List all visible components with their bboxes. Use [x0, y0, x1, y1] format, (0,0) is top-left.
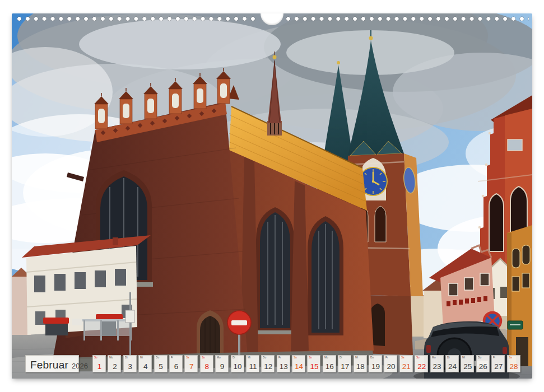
spire-finial-ball [369, 36, 373, 40]
day-number: 16 [323, 363, 336, 371]
day-number: 9 [216, 363, 228, 371]
weekday-abbrev: Do [370, 356, 374, 359]
day-cell: Sa 14 [292, 355, 305, 372]
day-number: 12 [262, 363, 274, 371]
weekday-abbrev: Fr [385, 356, 388, 359]
day-number: 6 [170, 363, 182, 371]
orange-corner-building [507, 225, 532, 366]
day-number: 27 [492, 363, 504, 371]
green-shop-sign [508, 321, 523, 329]
day-number: 10 [231, 363, 244, 371]
day-number: 5 [155, 363, 167, 371]
weekday-abbrev: Fr [493, 356, 495, 359]
nave-window [255, 207, 295, 334]
day-cell: Mi 18 [354, 355, 367, 372]
day-number: 17 [338, 363, 351, 371]
weekday-abbrev: Sa [509, 356, 512, 359]
day-number: 14 [292, 363, 305, 371]
weekday-abbrev: Fr [171, 356, 173, 359]
day-number: 13 [277, 363, 290, 371]
day-cell: Fr 13 [277, 355, 290, 372]
day-cell: Sa 21 [399, 355, 413, 372]
day-number: 19 [369, 363, 382, 371]
day-number: 8 [201, 363, 213, 371]
weekday-abbrev: So [416, 356, 420, 359]
red-shop-sign [43, 318, 69, 324]
day-cell: Mo 2 [108, 355, 121, 372]
day-cell: Do 19 [369, 355, 382, 372]
day-cell: Di 17 [338, 355, 351, 372]
month-label-cell: Februar 2026 [25, 355, 79, 372]
day-cell: Di 10 [231, 355, 244, 372]
day-number: 28 [508, 363, 520, 371]
day-cell: Mo 9 [215, 355, 229, 372]
day-number: 1 [93, 363, 105, 371]
day-number: 15 [308, 363, 320, 371]
binding-holes-icon [15, 16, 257, 21]
day-number: 3 [124, 363, 136, 371]
day-cell: So 1 [92, 355, 106, 372]
day-number: 22 [415, 363, 427, 371]
day-cell: Fr 20 [384, 355, 397, 372]
day-number: 20 [384, 363, 397, 371]
weekday-abbrev: So [309, 356, 312, 359]
weekday-abbrev: Fr [278, 356, 281, 359]
church-scene-illustration [12, 13, 532, 379]
weekday-abbrev: Sa [186, 356, 189, 359]
year-label: 2026 [72, 362, 88, 370]
day-cell: Di 3 [123, 355, 137, 372]
day-number: 21 [400, 363, 412, 371]
day-number: 7 [185, 363, 197, 371]
weekday-abbrev: Di [447, 356, 449, 359]
day-number: 11 [247, 363, 259, 371]
day-cell: Fr 27 [491, 355, 505, 372]
weekday-abbrev: Do [263, 356, 266, 359]
weekday-abbrev: So [202, 356, 205, 359]
nave-window [308, 216, 343, 335]
weekday-abbrev: Di [340, 356, 342, 359]
weekday-abbrev: Di [233, 356, 235, 359]
binding-holes-icon [284, 16, 529, 21]
day-number: 26 [477, 363, 489, 371]
weekday-abbrev: Di [125, 356, 127, 359]
day-cell: Sa 7 [184, 355, 198, 372]
weekday-abbrev: Mi [462, 356, 465, 359]
day-number: 4 [139, 363, 151, 371]
day-cell: Mo 16 [323, 355, 336, 372]
day-cell: Do 26 [476, 355, 490, 372]
weekday-abbrev: Mi [140, 356, 143, 359]
day-cell: So 8 [200, 355, 213, 372]
day-cell: Di 24 [445, 355, 459, 372]
weekday-abbrev: So [94, 356, 97, 359]
day-cell: Fr 6 [169, 355, 183, 372]
weekday-abbrev: Mo [109, 356, 113, 359]
day-cell: Do 5 [154, 355, 168, 372]
month-name: Februar [30, 360, 68, 370]
weekday-abbrev: Sa [294, 356, 297, 359]
day-cell: Mi 25 [461, 355, 474, 372]
calendar-strip: Februar 2026 So 1 Mo 2 Di [12, 355, 532, 373]
calendar-page: Februar 2026 So 1 Mo 2 Di [0, 0, 544, 392]
day-cell: So 15 [307, 355, 320, 372]
day-cell: Sa 28 [507, 355, 520, 372]
day-cell: So 22 [415, 355, 428, 372]
weekday-abbrev: Mo [432, 356, 436, 359]
day-cell: Mi 4 [138, 355, 152, 372]
weekday-abbrev: Mo [217, 356, 221, 359]
calendar-photo: Februar 2026 So 1 Mo 2 Di [12, 13, 532, 379]
day-number: 18 [354, 363, 366, 371]
weekday-abbrev: Mi [355, 356, 358, 359]
day-number: 25 [461, 363, 473, 371]
weekday-abbrev: Mo [324, 356, 328, 359]
weekday-abbrev: Mi [248, 356, 250, 359]
day-number: 24 [446, 363, 458, 371]
day-number: 23 [431, 363, 443, 371]
weekday-abbrev: Do [478, 356, 481, 359]
weekday-abbrev: Sa [401, 356, 404, 359]
day-cell: Do 12 [261, 355, 275, 372]
day-cell: Mo 23 [430, 355, 444, 372]
day-number: 2 [108, 363, 120, 371]
day-cell: Mi 11 [246, 355, 259, 372]
day-strip: So 1 Mo 2 Di 3 Mi 4 [92, 355, 520, 372]
weekday-abbrev: Do [156, 356, 159, 359]
